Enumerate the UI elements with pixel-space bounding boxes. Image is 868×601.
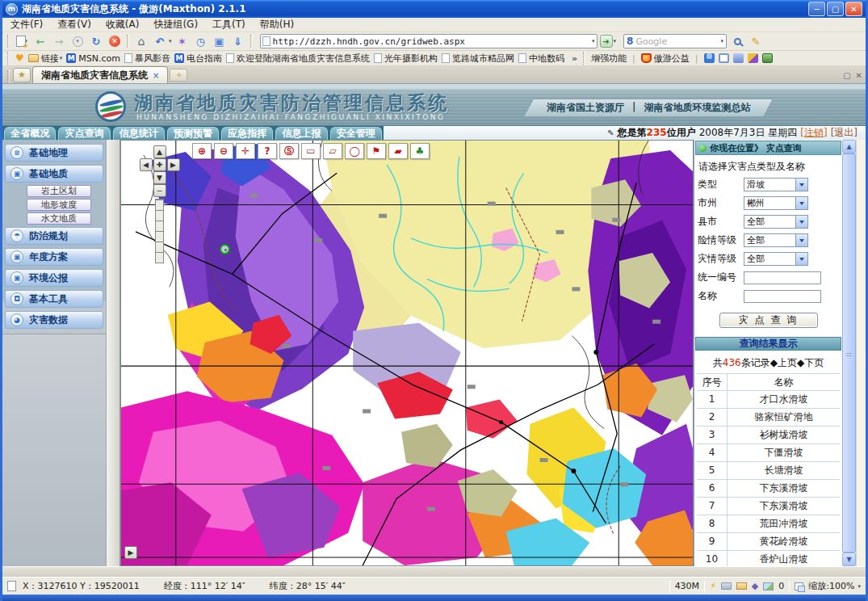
sidebar-subitem-hydrogeology[interactable]: 水文地质: [27, 212, 91, 225]
stop-button[interactable]: [107, 33, 123, 49]
county-select[interactable]: 全部: [744, 215, 808, 229]
name-input[interactable]: [744, 290, 821, 303]
disaster-level-select[interactable]: 全部: [744, 252, 808, 266]
tab-active[interactable]: 湖南省地质灾害信息系统 ×: [32, 66, 168, 83]
geo-environment-link[interactable]: 湖南省地质环境监测总站: [644, 101, 750, 115]
link-item[interactable]: 光年摄影机构: [374, 53, 438, 65]
notes-icon[interactable]: [733, 53, 744, 63]
plugin-icon[interactable]: [762, 53, 773, 63]
prev-page-link[interactable]: ◆上页: [770, 357, 797, 368]
address-dropdown-icon[interactable]: [592, 38, 595, 44]
pan-left-button[interactable]: [140, 158, 153, 171]
table-row[interactable]: 1才口水滑坡: [697, 391, 840, 409]
sidebar-subitem-terrain-slope[interactable]: 地形坡度: [27, 199, 91, 211]
image-filter-icon[interactable]: [763, 582, 774, 590]
risk-level-select[interactable]: 全部: [744, 233, 808, 247]
resize-icon[interactable]: [795, 582, 803, 590]
history-button[interactable]: [193, 33, 209, 49]
menu-groups[interactable]: 快捷组(G): [153, 18, 198, 32]
magic-fill-button[interactable]: [174, 33, 191, 49]
full-extent-button[interactable]: [153, 158, 166, 171]
nav-tab-statistics[interactable]: 信息统计: [113, 127, 165, 140]
chevron-down-icon[interactable]: [795, 216, 807, 228]
table-row[interactable]: 7下东溪滑坡: [697, 498, 840, 515]
search-button[interactable]: [729, 33, 745, 49]
window-icon[interactable]: [719, 53, 729, 63]
legend-tool[interactable]: [410, 143, 430, 159]
rect-select-tool[interactable]: [301, 143, 321, 159]
restore-tab-icon[interactable]: [843, 71, 850, 80]
inbox-icon[interactable]: [721, 582, 732, 590]
folder-icon[interactable]: [736, 582, 747, 590]
address-bar[interactable]: http://dzzh.hndh.gov.cn/gridweb.aspx: [260, 34, 598, 48]
exit-link[interactable]: [退出]: [831, 126, 858, 140]
next-page-link[interactable]: ◆下页: [797, 357, 824, 368]
scrollbar-thumb[interactable]: [842, 153, 856, 553]
table-row[interactable]: 2骆家恒矿滑地: [697, 409, 840, 427]
menu-tools[interactable]: 工具(T): [212, 18, 245, 32]
land-resources-link[interactable]: 湖南省国土资源厅: [547, 101, 624, 115]
link-item[interactable]: 暴风影音: [124, 53, 170, 65]
nav-tab-disaster-query[interactable]: 灾点查询: [58, 127, 110, 140]
sidebar-item-environment-bulletin[interactable]: 环境公报: [5, 269, 103, 287]
sidebar-subitem-rock-zoning[interactable]: 岩土区划: [27, 185, 91, 197]
search-box[interactable]: 8 Google: [623, 34, 727, 48]
vertical-scrollbar[interactable]: [842, 140, 856, 566]
table-row[interactable]: 4下僵滑坡: [697, 444, 840, 462]
table-row[interactable]: 6下东溪滑坡: [697, 480, 840, 498]
back-button[interactable]: [32, 33, 48, 49]
plugin-diamond-icon[interactable]: ◆: [752, 581, 758, 591]
zoom-in-tool[interactable]: [192, 143, 212, 159]
new-tab-button[interactable]: [170, 69, 187, 82]
pan-down-button[interactable]: [153, 171, 166, 184]
refresh-button[interactable]: [88, 33, 104, 49]
zoom-level[interactable]: 缩放:100%: [808, 580, 854, 592]
menu-favorites[interactable]: 收藏(A): [106, 18, 140, 32]
eraser-tool[interactable]: [388, 143, 408, 159]
chevron-down-icon[interactable]: [795, 253, 807, 265]
url-text[interactable]: http://dzzh.hndh.gov.cn/gridweb.aspx: [273, 36, 591, 47]
nav-tab-report[interactable]: 信息上报: [275, 127, 327, 140]
table-row[interactable]: 3衫树垅滑坡: [697, 427, 840, 444]
nav-tab-emergency[interactable]: 应急指挥: [221, 127, 273, 140]
map-viewport[interactable]: [120, 140, 694, 566]
sidebar-item-base-geology[interactable]: 基础地质: [5, 165, 103, 183]
menu-help[interactable]: 帮助(H): [260, 18, 294, 32]
highlight-button[interactable]: [748, 33, 764, 49]
scroll-down-arrow[interactable]: [842, 553, 856, 566]
maxthon-charity-link[interactable]: 傲游公益: [641, 53, 690, 65]
table-row[interactable]: 5长塘滑坡: [697, 462, 840, 480]
sidebar-item-disaster-data[interactable]: 灾害数据: [5, 311, 103, 329]
nav-tab-forecast[interactable]: 预测预警: [167, 127, 219, 140]
chevron-down-icon[interactable]: [795, 179, 807, 191]
table-row[interactable]: 9黄花岭滑坡: [697, 533, 840, 551]
chevron-down-icon[interactable]: [795, 234, 807, 246]
zoom-dropdown-icon[interactable]: [858, 583, 861, 590]
forward-button[interactable]: [51, 33, 67, 49]
go-button[interactable]: [600, 35, 613, 48]
user-icon[interactable]: [704, 53, 715, 63]
favorites-heart-icon[interactable]: [15, 53, 24, 64]
sidebar-item-basic-tools[interactable]: 基本工具: [5, 290, 103, 308]
links-folder[interactable]: 链接: [28, 53, 63, 65]
enhance-features-link[interactable]: 增强功能: [591, 53, 627, 65]
menu-view[interactable]: 查看(V): [57, 18, 91, 32]
geological-map-image[interactable]: [121, 141, 693, 565]
pan-right-button[interactable]: [167, 158, 180, 171]
download-button[interactable]: [230, 33, 246, 49]
zoom-out-tool[interactable]: [214, 143, 233, 159]
menu-file[interactable]: 文件(F): [10, 18, 43, 32]
zoom-minus-button[interactable]: [153, 184, 166, 197]
polygon-select-tool[interactable]: [323, 143, 342, 159]
scroll-up-arrow[interactable]: [842, 140, 856, 153]
close-tab-icon[interactable]: [856, 71, 862, 80]
clear-selection-tool[interactable]: [279, 143, 299, 159]
mark-point-tool[interactable]: [367, 143, 386, 159]
link-msn[interactable]: MMSN.com: [66, 53, 120, 64]
logout-link[interactable]: [注销]: [800, 126, 827, 140]
undo-button[interactable]: [152, 33, 168, 49]
close-button[interactable]: [845, 2, 862, 16]
maximize-button[interactable]: [827, 2, 844, 16]
disaster-query-button[interactable]: 灾 点 查 询: [719, 313, 818, 328]
measure-tool[interactable]: [258, 143, 277, 159]
